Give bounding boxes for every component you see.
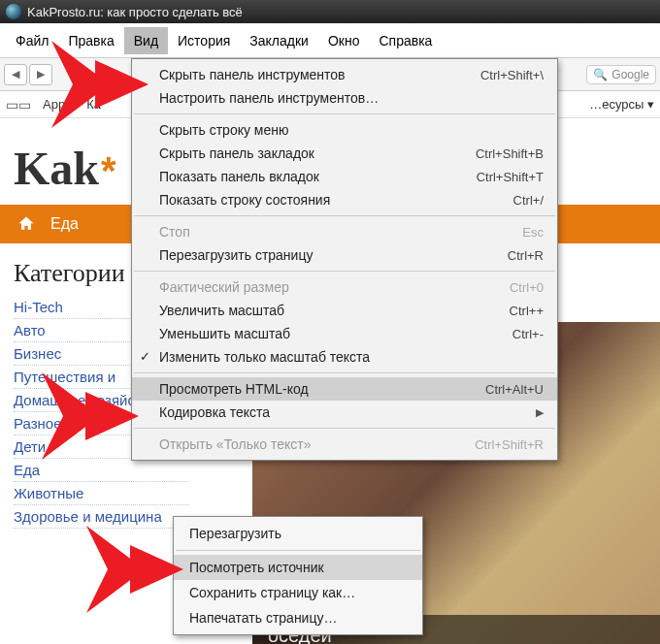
forward-button[interactable]: ▶ <box>29 64 52 85</box>
bookmark-item[interactable]: Apple <box>43 97 75 112</box>
bulb-icon: * <box>99 149 118 193</box>
menu-shortcut: Ctrl+/ <box>513 193 544 208</box>
bookmark-item[interactable]: …есурсы ▾ <box>589 97 654 112</box>
menu-item[interactable]: Показать панель вкладокCtrl+Shift+T <box>132 165 557 188</box>
menu-shortcut: Ctrl+Shift+B <box>476 146 544 161</box>
menu-item[interactable]: Уменьшить масштабCtrl+- <box>132 322 557 345</box>
menu-item-label: Скрыть панель инструментов <box>159 67 480 82</box>
bookmark-item[interactable]: Ка <box>86 97 101 112</box>
menu-item-label: Настроить панель инструментов… <box>159 90 544 106</box>
menu-item[interactable]: Показать строку состоянияCtrl+/ <box>132 188 557 211</box>
menu-item-история[interactable]: История <box>168 27 240 54</box>
context-menu: ПерезагрузитьПосмотреть источникСохранит… <box>173 516 423 635</box>
menu-item[interactable]: Перезагрузить страницуCtrl+R <box>132 243 557 267</box>
menu-item-файл[interactable]: Файл <box>6 27 58 54</box>
nav-item-food[interactable]: Еда <box>50 215 79 233</box>
menu-item: СтопEsc <box>132 220 557 243</box>
menu-item-label: Уменьшить масштаб <box>159 326 512 341</box>
menu-item-label: Стоп <box>159 224 522 240</box>
logo-text: Kak <box>14 142 99 195</box>
menu-item[interactable]: Скрыть панель инструментовCtrl+Shift+\ <box>132 63 557 86</box>
check-icon: ✓ <box>140 349 150 364</box>
menu-item-label: Просмотреть HTML-код <box>159 381 485 397</box>
menu-shortcut: Ctrl+- <box>512 327 544 341</box>
window-titlebar: KakProsto.ru: как просто сделать всё <box>0 0 660 23</box>
menu-shortcut: Ctrl+Shift+R <box>475 437 544 452</box>
menu-item-label: Кодировка текста <box>159 404 528 420</box>
menu-item-вид[interactable]: Вид <box>124 27 168 54</box>
menu-item-label: Фактический размер <box>159 279 510 295</box>
search-placeholder: Google <box>611 68 649 81</box>
menu-item-label: Увеличить масштаб <box>159 303 510 318</box>
menu-item[interactable]: Настроить панель инструментов… <box>132 86 557 110</box>
menu-shortcut: Ctrl+R <box>508 248 544 263</box>
globe-icon <box>6 4 21 19</box>
menu-shortcut: Ctrl+0 <box>510 280 544 295</box>
search-icon: 🔍 <box>593 68 608 81</box>
menu-item: Открыть «Только текст»Ctrl+Shift+R <box>132 433 557 456</box>
menubar: ФайлПравкаВидИсторияЗакладкиОкноСправка <box>0 23 660 58</box>
back-button[interactable]: ◀ <box>4 64 27 85</box>
bookmarks-icon: ▭▭ <box>6 97 31 113</box>
menu-item: Фактический размерCtrl+0 <box>132 275 557 299</box>
menu-item[interactable]: Просмотреть HTML-кодCtrl+Alt+U <box>132 377 557 401</box>
menu-item-label: Показать панель вкладок <box>159 169 477 184</box>
menu-item-label: Показать строку состояния <box>159 192 513 208</box>
menu-item-label: Скрыть строку меню <box>159 122 544 138</box>
menu-shortcut: Ctrl+Shift+T <box>477 170 544 184</box>
category-link[interactable]: Еда <box>14 459 188 482</box>
category-link[interactable]: Животные <box>14 482 188 505</box>
category-link[interactable]: Здоровье и медицина <box>14 505 188 529</box>
window-title: KakProsto.ru: как просто сделать всё <box>27 5 243 19</box>
view-menu-dropdown: Скрыть панель инструментовCtrl+Shift+\На… <box>131 58 558 461</box>
menu-item-окно[interactable]: Окно <box>318 27 370 54</box>
menu-item-правка[interactable]: Правка <box>58 27 123 54</box>
menu-item-label: Скрыть панель закладок <box>159 145 476 161</box>
home-icon[interactable] <box>14 211 39 237</box>
context-menu-item[interactable]: Напечатать страницу… <box>174 605 422 630</box>
menu-item[interactable]: ✓Изменить только масштаб текста <box>132 345 557 369</box>
context-menu-item[interactable]: Посмотреть источник <box>174 555 422 580</box>
menu-shortcut: Esc <box>522 225 544 240</box>
menu-item-справка[interactable]: Справка <box>369 27 442 54</box>
menu-item-label: Перезагрузить страницу <box>159 247 508 263</box>
context-menu-item[interactable]: Перезагрузить <box>174 521 422 546</box>
submenu-arrow-icon: ▶ <box>536 406 544 419</box>
menu-item[interactable]: Скрыть строку меню <box>132 118 557 142</box>
menu-item-label: Открыть «Только текст» <box>159 436 475 452</box>
menu-item[interactable]: Увеличить масштабCtrl++ <box>132 299 557 322</box>
menu-item-label: Изменить только масштаб текста <box>159 349 544 365</box>
menu-shortcut: Ctrl++ <box>510 304 544 318</box>
menu-shortcut: Ctrl+Shift+\ <box>480 68 544 82</box>
menu-item-закладки[interactable]: Закладки <box>240 27 318 54</box>
context-menu-item[interactable]: Сохранить страницу как… <box>174 580 422 605</box>
menu-item[interactable]: Скрыть панель закладокCtrl+Shift+B <box>132 142 557 165</box>
menu-item[interactable]: Кодировка текста▶ <box>132 401 557 424</box>
search-box[interactable]: 🔍 Google <box>586 65 656 84</box>
menu-shortcut: Ctrl+Alt+U <box>485 382 544 397</box>
